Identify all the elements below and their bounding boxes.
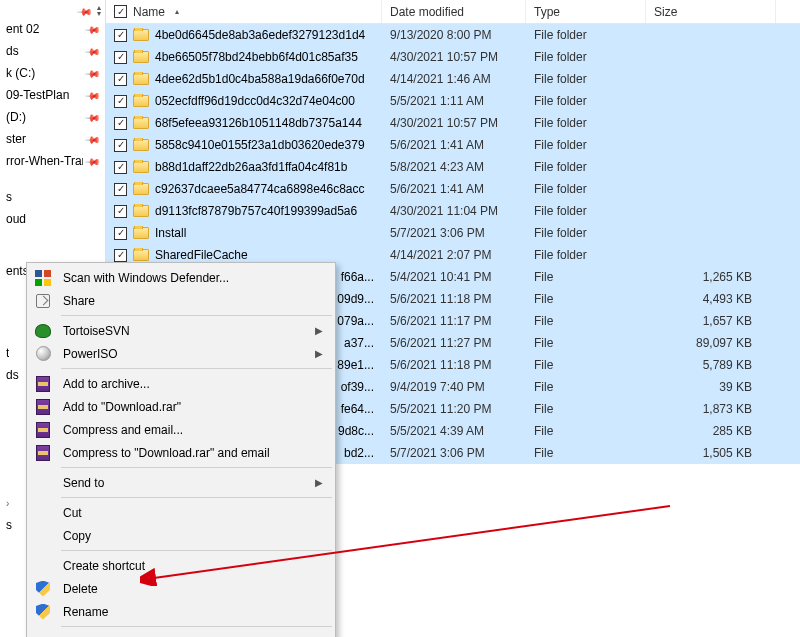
sidebar-item-label: ds xyxy=(6,368,19,382)
cell-name: ✓5858c9410e0155f23a1db03620ede379 xyxy=(106,138,382,152)
sidebar-item[interactable]: rror-When-Transf📌 xyxy=(0,150,105,172)
disc-icon xyxy=(36,346,51,361)
menu-compress-email[interactable]: Compress and email... xyxy=(29,418,333,441)
column-name[interactable]: ✓ Name ▴ xyxy=(106,0,382,23)
sidebar-item[interactable]: k (C:)📌 xyxy=(0,62,105,84)
table-row[interactable]: ✓c92637dcaee5a84774ca6898e46c8acc5/6/202… xyxy=(106,178,800,200)
column-size[interactable]: Size xyxy=(646,0,776,23)
sidebar-item-label: k (C:) xyxy=(6,66,35,80)
pin-icon: 📌 xyxy=(85,153,101,169)
file-name: 09d9... xyxy=(337,292,374,306)
column-date-label: Date modified xyxy=(390,5,464,19)
menu-delete[interactable]: Delete xyxy=(29,577,333,600)
cell-type: File folder xyxy=(526,248,646,262)
column-type[interactable]: Type xyxy=(526,0,646,23)
table-row[interactable]: ✓4be0d6645de8ab3a6edef3279123d1d49/13/20… xyxy=(106,24,800,46)
folder-icon xyxy=(133,95,149,107)
select-all-checkbox[interactable]: ✓ xyxy=(114,5,127,18)
cell-type: File xyxy=(526,358,646,372)
menu-send-to[interactable]: Send to ▶ xyxy=(29,471,333,494)
menu-cut[interactable]: Cut xyxy=(29,501,333,524)
menu-add-rar[interactable]: Add to "Download.rar" xyxy=(29,395,333,418)
cell-date: 5/5/2021 4:39 AM xyxy=(382,424,526,438)
folder-icon xyxy=(133,29,149,41)
sidebar-item[interactable]: oud xyxy=(0,208,105,230)
table-row[interactable]: ✓68f5efeea93126b1051148db7375a1444/30/20… xyxy=(106,112,800,134)
row-checkbox[interactable]: ✓ xyxy=(114,117,127,130)
sidebar-item[interactable]: s xyxy=(0,186,105,208)
file-name: 68f5efeea93126b1051148db7375a144 xyxy=(155,116,362,130)
row-checkbox[interactable]: ✓ xyxy=(114,51,127,64)
cell-date: 4/30/2021 10:57 PM xyxy=(382,116,526,130)
cell-date: 5/6/2021 11:18 PM xyxy=(382,292,526,306)
cell-date: 5/6/2021 11:18 PM xyxy=(382,358,526,372)
column-name-label: Name xyxy=(133,5,165,19)
share-icon xyxy=(36,294,50,308)
sidebar-item-label: (D:) xyxy=(6,110,26,124)
row-checkbox[interactable]: ✓ xyxy=(114,73,127,86)
file-name: of39... xyxy=(341,380,374,394)
menu-compress-rar-email[interactable]: Compress to "Download.rar" and email xyxy=(29,441,333,464)
cell-type: File folder xyxy=(526,204,646,218)
folder-icon xyxy=(133,205,149,217)
table-row[interactable]: ✓4be66505f78bd24bebb6f4d01c85af354/30/20… xyxy=(106,46,800,68)
menu-scan-defender[interactable]: Scan with Windows Defender... xyxy=(29,266,333,289)
cell-type: File xyxy=(526,446,646,460)
chevron-right-icon: › xyxy=(6,498,9,509)
table-row[interactable]: ✓052ecfdff96d19dcc0d4c32d74e04c005/5/202… xyxy=(106,90,800,112)
table-row[interactable]: ✓4dee62d5b1d0c4ba588a19da66f0e70d4/14/20… xyxy=(106,68,800,90)
menu-copy[interactable]: Copy xyxy=(29,524,333,547)
row-checkbox[interactable]: ✓ xyxy=(114,139,127,152)
archive-icon xyxy=(36,445,50,461)
menu-poweriso[interactable]: PowerISO ▶ xyxy=(29,342,333,365)
sidebar-item[interactable] xyxy=(0,230,105,260)
sidebar-item[interactable]: 09-TestPlan📌 xyxy=(0,84,105,106)
table-row[interactable]: ✓d9113fcf87879b757c40f199399ad5a64/30/20… xyxy=(106,200,800,222)
cell-size: 1,873 KB xyxy=(646,402,776,416)
cell-type: File folder xyxy=(526,94,646,108)
row-checkbox[interactable]: ✓ xyxy=(114,183,127,196)
menu-tortoisesvn[interactable]: TortoiseSVN ▶ xyxy=(29,319,333,342)
menu-label: Add to "Download.rar" xyxy=(63,400,181,414)
sidebar-item[interactable]: ds📌 xyxy=(0,40,105,62)
file-name: d9113fcf87879b757c40f199399ad5a6 xyxy=(155,204,357,218)
folder-icon xyxy=(133,139,149,151)
cell-date: 5/6/2021 11:27 PM xyxy=(382,336,526,350)
file-name: 5858c9410e0155f23a1db03620ede379 xyxy=(155,138,365,152)
menu-share[interactable]: Share xyxy=(29,289,333,312)
column-date[interactable]: Date modified xyxy=(382,0,526,23)
cell-size: 285 KB xyxy=(646,424,776,438)
menu-label: Add to archive... xyxy=(63,377,150,391)
folder-icon xyxy=(133,249,149,261)
cell-date: 5/8/2021 4:23 AM xyxy=(382,160,526,174)
sidebar-item-label: ent 02 xyxy=(6,22,39,36)
cell-date: 4/30/2021 11:04 PM xyxy=(382,204,526,218)
menu-separator xyxy=(61,497,332,498)
folder-icon xyxy=(133,73,149,85)
sidebar-item[interactable]: ster📌 xyxy=(0,128,105,150)
row-checkbox[interactable]: ✓ xyxy=(114,161,127,174)
table-row[interactable]: ✓5858c9410e0155f23a1db03620ede3795/6/202… xyxy=(106,134,800,156)
cell-name: ✓4dee62d5b1d0c4ba588a19da66f0e70d xyxy=(106,72,382,86)
row-checkbox[interactable]: ✓ xyxy=(114,205,127,218)
cell-date: 4/14/2021 2:07 PM xyxy=(382,248,526,262)
sidebar-item[interactable]: (D:)📌 xyxy=(0,106,105,128)
row-checkbox[interactable]: ✓ xyxy=(114,227,127,240)
menu-label: Create shortcut xyxy=(63,559,145,573)
cell-size: 5,789 KB xyxy=(646,358,776,372)
sidebar-scroll-chevrons[interactable]: 📌 ▴▾ xyxy=(0,4,105,18)
menu-add-archive[interactable]: Add to archive... xyxy=(29,372,333,395)
menu-rename[interactable]: Rename xyxy=(29,600,333,623)
row-checkbox[interactable]: ✓ xyxy=(114,95,127,108)
row-checkbox[interactable]: ✓ xyxy=(114,249,127,262)
file-name: 4be0d6645de8ab3a6edef3279123d1d4 xyxy=(155,28,365,42)
table-row[interactable]: ✓b88d1daff22db26aa3fd1ffa04c4f81b5/8/202… xyxy=(106,156,800,178)
table-row[interactable]: ✓Install5/7/2021 3:06 PMFile folder xyxy=(106,222,800,244)
menu-properties[interactable]: Properties xyxy=(29,630,333,637)
row-checkbox[interactable]: ✓ xyxy=(114,29,127,42)
pin-icon: 📌 xyxy=(85,87,101,103)
file-name: 89e1... xyxy=(337,358,374,372)
menu-create-shortcut[interactable]: Create shortcut xyxy=(29,554,333,577)
file-name: bd2... xyxy=(344,446,374,460)
sidebar-item[interactable]: ent 02📌 xyxy=(0,18,105,40)
